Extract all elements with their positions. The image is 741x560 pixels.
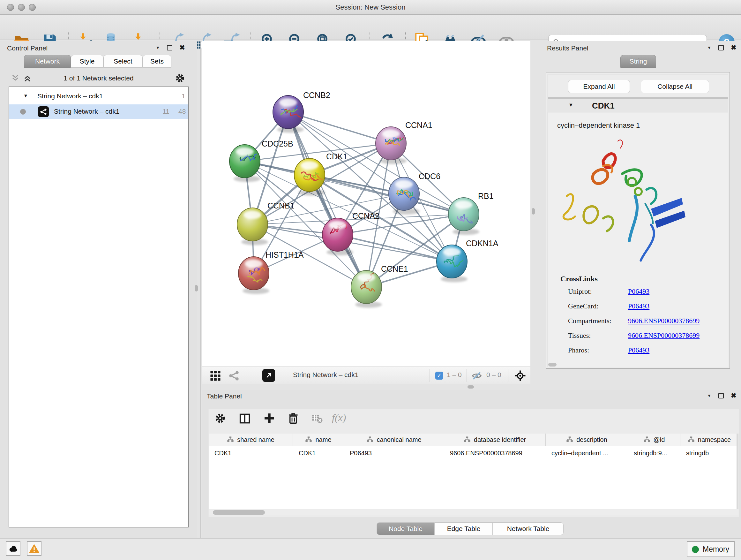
table-cell[interactable]: cyclin–dependent ...: [546, 447, 628, 459]
tab-network[interactable]: Network: [24, 55, 71, 68]
table-cell[interactable]: stringdb: [680, 447, 738, 459]
hidden-eye-slash-icon[interactable]: [472, 371, 482, 381]
memory-label: Memory: [703, 545, 729, 554]
column-header-name[interactable]: name: [293, 434, 344, 446]
column-header-description[interactable]: description: [546, 434, 628, 446]
footer-separator: [467, 369, 467, 382]
crosslink-value-link[interactable]: 9606.ENSP00000378699: [628, 331, 699, 340]
crosslink-value-link[interactable]: 9606.ENSP00000378699: [628, 317, 699, 325]
memory-button[interactable]: Memory: [687, 541, 735, 557]
close-panel-icon[interactable]: ✖: [731, 392, 737, 399]
table-hscroll-thumb[interactable]: [213, 510, 265, 515]
tree-icon: [464, 436, 471, 443]
close-panel-icon[interactable]: ✖: [179, 44, 185, 51]
east-splitter-handle[interactable]: [532, 208, 535, 214]
hidden-count: 0 – 0: [486, 371, 501, 379]
results-panel-title: Results Panel: [547, 44, 589, 52]
network-collection-row[interactable]: ▼ String Network – cdk1 1: [9, 90, 188, 105]
crosslink-value-link[interactable]: P06493: [628, 346, 650, 354]
tab-sets[interactable]: Sets: [143, 55, 172, 68]
table-cell[interactable]: stringdb:9...: [628, 447, 680, 459]
collapse-triangle-icon[interactable]: ▼: [568, 102, 574, 108]
graph-node-CDC25B[interactable]: CDC25B: [229, 139, 293, 182]
tab-network-table[interactable]: Network Table: [493, 522, 563, 535]
down-arrow-icon: [135, 33, 141, 40]
graph-node-CCNB2[interactable]: CCNB2: [273, 91, 330, 133]
crosslink-row: Pharos:P06493: [568, 346, 721, 361]
network-row-selected[interactable]: String Network – cdk1 11 48: [9, 105, 188, 119]
tab-select[interactable]: Select: [104, 55, 143, 68]
float-panel-icon[interactable]: [167, 45, 172, 51]
show-columns-icon[interactable]: [239, 413, 251, 425]
column-header--id[interactable]: @id: [628, 434, 680, 446]
edge-CCNB2-CCNA1[interactable]: [288, 112, 391, 143]
control-panel-title: Control Panel: [7, 44, 48, 52]
graph-node-HIST1H1A[interactable]: HIST1H1A: [239, 250, 304, 294]
down-arrow-icon: [80, 33, 85, 40]
table-cell[interactable]: P06493: [344, 447, 444, 459]
network-type-icon: [38, 106, 49, 117]
grid-view-icon[interactable]: [210, 370, 221, 381]
edge-CCNA2-CDKN1A[interactable]: [338, 235, 452, 261]
collection-label: String Network – cdk1: [37, 92, 103, 100]
table-cell[interactable]: 9606.ENSP00000378699: [444, 447, 546, 459]
column-header-namespace[interactable]: namespace: [680, 434, 738, 446]
south-splitter-handle[interactable]: [468, 385, 474, 388]
arrow-ne-icon: [265, 372, 273, 379]
crosslink-value-link[interactable]: P06493: [628, 287, 650, 296]
graph-node-CCNA1[interactable]: CCNA1: [376, 121, 432, 164]
fullscreen-view-button[interactable]: [262, 369, 275, 382]
status-bar: Memory: [0, 538, 741, 560]
crosslink-value-link[interactable]: P06493: [628, 302, 650, 310]
table-options-gear-icon[interactable]: [214, 413, 226, 424]
delete-table-icon: [312, 413, 323, 424]
network-selection-summary: 1 of 1 Network selected: [0, 74, 197, 82]
panel-menu-icon[interactable]: ▼: [707, 393, 711, 398]
panel-menu-icon[interactable]: ▼: [156, 45, 160, 50]
warnings-button[interactable]: [27, 541, 42, 556]
footer-separator: [508, 369, 509, 382]
network-canvas[interactable]: CCNB2CCNA1CDC25BCDK1CDC6RB1CCNB1CCNA2CDK…: [202, 41, 530, 367]
tab-node-table[interactable]: Node Table: [377, 522, 434, 535]
network-options-gear-icon[interactable]: [175, 73, 185, 83]
graph-node-RB1[interactable]: RB1: [448, 192, 494, 235]
crosslink-label: Tissues:: [568, 331, 591, 340]
west-splitter-handle[interactable]: [195, 285, 198, 292]
column-header-shared-name[interactable]: shared name: [209, 434, 293, 446]
tree-icon: [643, 436, 650, 443]
west-divider: [200, 41, 201, 538]
close-panel-icon[interactable]: ✖: [731, 44, 737, 51]
tree-icon: [366, 436, 374, 443]
gene-card-header[interactable]: ▼ CDK1: [548, 98, 728, 112]
edge-CCNB2-CCNE1[interactable]: [288, 112, 366, 287]
column-header-canonical-name[interactable]: canonical name: [344, 434, 444, 446]
footer-separator: [286, 369, 286, 382]
table-hscroll-track[interactable]: [209, 509, 738, 515]
collapse-triangle-icon[interactable]: ▼: [23, 93, 28, 98]
graph-node-CDKN1A[interactable]: CDKN1A: [436, 239, 498, 282]
collapse-all-button[interactable]: Collapse All: [641, 80, 709, 93]
tab-style[interactable]: Style: [71, 55, 104, 68]
table-cell[interactable]: CDK1: [293, 447, 344, 459]
table-vscroll-track[interactable]: [737, 434, 738, 509]
selected-checkbox[interactable]: ✓: [435, 372, 443, 380]
add-column-icon[interactable]: [264, 413, 275, 424]
float-panel-icon[interactable]: [718, 45, 724, 51]
crosslink-row: Tissues:9606.ENSP00000378699: [568, 331, 721, 346]
network-view-icon[interactable]: [228, 370, 239, 381]
protein-structure-image: [555, 135, 692, 273]
table-cell[interactable]: CDK1: [209, 447, 293, 459]
delete-column-trash-icon[interactable]: [287, 413, 299, 425]
crosslink-label: Compartments:: [568, 317, 611, 325]
tab-edge-table[interactable]: Edge Table: [434, 522, 493, 535]
float-panel-icon[interactable]: [718, 393, 724, 398]
column-header-database-identifier[interactable]: database identifier: [444, 434, 546, 446]
cloud-status-button[interactable]: [6, 541, 20, 556]
tab-string[interactable]: String: [620, 55, 656, 68]
tree-icon: [227, 436, 234, 443]
expand-all-button[interactable]: Expand All: [568, 80, 630, 93]
results-hscroll-thumb[interactable]: [548, 363, 556, 367]
network-graph[interactable]: CCNB2CCNA1CDC25BCDK1CDC6RB1CCNB1CCNA2CDK…: [202, 41, 530, 367]
panel-menu-icon[interactable]: ▼: [707, 45, 711, 50]
birdseye-crosshair-icon[interactable]: [515, 370, 526, 381]
